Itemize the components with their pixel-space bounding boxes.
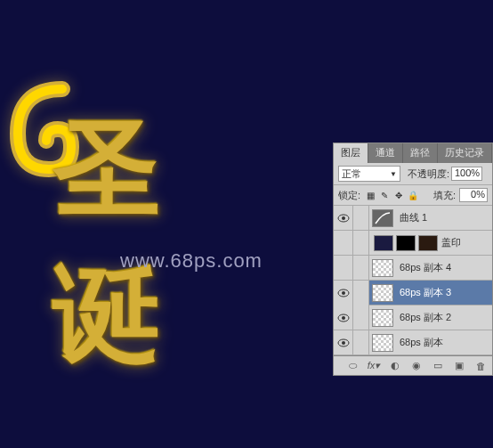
checker-thumb-icon <box>372 309 393 327</box>
tab-layers[interactable]: 图层 <box>334 143 368 163</box>
layer-thumbnail <box>369 281 396 305</box>
panel-footer: ⬭ fx▾ ◐ ◉ ▭ ▣ 🗑 <box>334 355 492 375</box>
svg-point-3 <box>342 291 345 295</box>
layer-thumbnail <box>369 206 396 231</box>
mini-thumb-1 <box>374 235 393 251</box>
svg-point-7 <box>342 341 345 345</box>
visibility-toggle[interactable] <box>334 256 353 281</box>
link-col[interactable] <box>353 281 369 305</box>
fill-input[interactable]: 0% <box>459 188 488 202</box>
fill-label: 填充: <box>433 189 456 202</box>
layer-row-copy2[interactable]: 68ps 副本 2 <box>334 305 492 330</box>
link-col[interactable] <box>353 231 369 256</box>
svg-point-5 <box>342 316 345 320</box>
watermark-text: www.68ps.com <box>120 249 263 273</box>
eye-icon <box>337 289 350 297</box>
opacity-label: 不透明度: <box>408 167 449 181</box>
eye-icon <box>337 314 350 322</box>
visibility-toggle[interactable] <box>334 281 353 305</box>
link-col[interactable] <box>353 256 369 281</box>
mask-icon[interactable]: ◐ <box>388 359 402 373</box>
eye-icon <box>337 214 350 223</box>
link-col[interactable] <box>353 330 369 355</box>
trash-icon[interactable]: 🗑 <box>473 359 488 373</box>
svg-point-1 <box>342 216 345 220</box>
curves-thumb-icon <box>372 209 393 227</box>
link-col[interactable] <box>353 305 369 330</box>
visibility-toggle[interactable] <box>334 231 353 256</box>
layer-name[interactable]: 68ps 副本 3 <box>396 286 492 299</box>
visibility-toggle[interactable] <box>334 305 353 330</box>
lock-row: 锁定: ▦ ✎ ✥ 🔒 填充: 0% <box>334 185 492 206</box>
checker-thumb-icon <box>372 259 393 277</box>
tab-history[interactable]: 历史记录 <box>438 143 492 163</box>
layer-name[interactable]: 盖印 <box>438 236 492 249</box>
layer-row-copy4[interactable]: 68ps 副本 4 <box>334 256 492 281</box>
layer-thumbnail <box>369 256 396 281</box>
panel-tabs: 图层 通道 路径 历史记录 <box>334 143 492 163</box>
gold-chars: 圣诞 <box>53 98 156 388</box>
layer-row-curves[interactable]: 曲线 1 <box>334 206 492 231</box>
eye-icon <box>337 338 350 347</box>
layer-row-copy3[interactable]: 68ps 副本 3 <box>334 281 492 305</box>
layer-thumbnail <box>369 305 396 330</box>
opacity-input[interactable]: 100% <box>451 167 482 181</box>
blend-mode-dropdown[interactable]: 正常 ▼ <box>338 166 400 182</box>
new-layer-icon[interactable]: ▣ <box>452 359 466 373</box>
layer-thumbnail <box>369 330 396 355</box>
layer-name[interactable]: 68ps 副本 4 <box>396 261 492 274</box>
link-col[interactable] <box>353 206 369 231</box>
mini-thumb-3 <box>418 235 438 251</box>
layer-row-stamp[interactable]: 盖印 <box>334 231 492 256</box>
lock-move-icon[interactable]: ✥ <box>392 189 405 201</box>
checker-thumb-icon <box>372 334 393 352</box>
layer-name[interactable]: 68ps 副本 2 <box>396 311 492 324</box>
tab-paths[interactable]: 路径 <box>403 143 438 163</box>
lock-brush-icon[interactable]: ✎ <box>378 189 391 201</box>
blend-mode-row: 正常 ▼ 不透明度: 100% <box>334 163 492 185</box>
link-layers-icon[interactable]: ⬭ <box>345 359 360 373</box>
layers-panel: 图层 通道 路径 历史记录 正常 ▼ 不透明度: 100% 锁定: ▦ ✎ ✥ … <box>333 143 493 376</box>
layer-name[interactable]: 68ps 副本 <box>396 336 492 349</box>
adjustment-icon[interactable]: ◉ <box>409 359 424 373</box>
layer-list: 曲线 1 盖印 68ps 副本 4 <box>334 206 492 355</box>
visibility-toggle[interactable] <box>334 330 353 355</box>
layer-name[interactable]: 曲线 1 <box>396 211 492 224</box>
layer-row-copy[interactable]: 68ps 副本 <box>334 330 492 355</box>
lock-transparent-icon[interactable]: ▦ <box>364 189 376 201</box>
blend-mode-value: 正常 <box>342 167 361 181</box>
fx-icon[interactable]: fx▾ <box>367 359 381 373</box>
dropdown-arrow-icon: ▼ <box>390 170 397 178</box>
folder-icon[interactable]: ▭ <box>431 359 445 373</box>
tab-channels[interactable]: 通道 <box>368 143 403 163</box>
checker-thumb-icon <box>372 284 393 302</box>
lock-label: 锁定: <box>338 189 360 202</box>
visibility-toggle[interactable] <box>334 206 353 231</box>
mini-thumb-2 <box>396 235 416 251</box>
lock-all-icon[interactable]: 🔒 <box>407 189 419 201</box>
